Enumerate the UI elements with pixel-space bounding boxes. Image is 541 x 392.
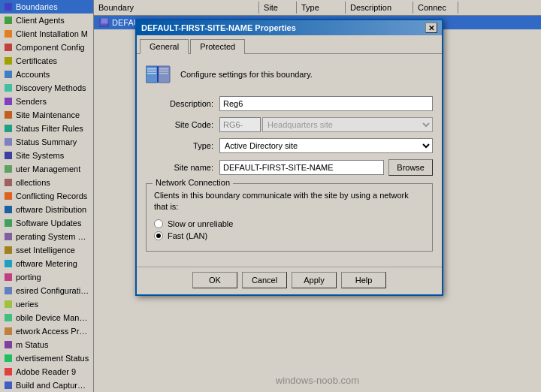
client-agents-icon	[3, 15, 14, 26]
sidebar-item-collections[interactable]: ollections	[0, 176, 93, 189]
senders-icon	[3, 96, 14, 107]
sidebar-item-conflicting[interactable]: Conflicting Records	[0, 189, 93, 203]
status-summary-icon	[3, 137, 14, 147]
sidebar-item-computer-mgmt[interactable]: uter Management	[0, 162, 93, 176]
site-code-wrap: Headquarters site	[219, 117, 433, 132]
sidebar-item-status-filter[interactable]: Status Filter Rules	[0, 122, 93, 135]
adobe-icon	[3, 366, 14, 377]
sidebar-item-client-install[interactable]: Client Installation M	[0, 27, 93, 41]
sidebar-item-network-access[interactable]: etwork Access Protectio	[0, 324, 93, 338]
col-connection: Connec	[413, 2, 458, 14]
component-config-icon	[3, 42, 14, 53]
properties-dialog: DEFAULT-FIRST-SITE-NAME Properties ✕ Gen…	[135, 19, 443, 296]
sidebar-item-asset-intel[interactable]: sset Intelligence	[0, 243, 93, 257]
asset-intel-icon	[3, 245, 14, 255]
cancel-button[interactable]: Cancel	[242, 272, 287, 288]
radio-slow-label: Slow or unreliable	[168, 219, 233, 228]
sidebar: Boundaries Client Agents Client Installa…	[0, 0, 94, 392]
browse-button[interactable]: Browse	[388, 159, 433, 176]
ok-button[interactable]: OK	[192, 272, 237, 288]
dialog-titlebar: DEFAULT-FIRST-SITE-NAME Properties ✕	[137, 20, 442, 35]
col-site: Site	[259, 2, 297, 14]
os-deploy-icon	[3, 231, 14, 242]
sidebar-item-site-systems[interactable]: Site Systems	[0, 149, 93, 162]
svg-rect-10	[159, 73, 168, 74]
dialog-description: Configure settings for this boundary.	[180, 70, 313, 79]
type-select[interactable]: Active Directory site	[219, 138, 433, 153]
description-input[interactable]	[219, 96, 433, 111]
radio-fast[interactable]: Fast (LAN)	[154, 231, 425, 240]
site-name-label: Site name:	[146, 163, 213, 172]
site-maintenance-icon	[3, 110, 14, 120]
sidebar-item-site-maintenance[interactable]: Site Maintenance	[0, 108, 93, 122]
sidebar-item-component-config[interactable]: Component Config	[0, 41, 93, 54]
dialog-tabs: General Protected	[137, 35, 442, 53]
sidebar-item-system-status[interactable]: m Status	[0, 338, 93, 351]
type-row: Type: Active Directory site	[146, 138, 433, 153]
system-status-icon	[3, 339, 14, 350]
description-row: Description:	[146, 96, 433, 111]
site-code-row: Site Code: Headquarters site	[146, 117, 433, 132]
table-header: Boundary Site Type Description Connec	[94, 0, 541, 16]
sidebar-item-certificates[interactable]: Certificates	[0, 54, 93, 68]
col-description: Description	[346, 2, 413, 14]
sidebar-item-reporting[interactable]: porting	[0, 270, 93, 284]
tab-general[interactable]: General	[140, 39, 189, 54]
collections-icon	[3, 177, 14, 188]
sidebar-item-build-capture[interactable]: Build and Capture XP	[0, 378, 93, 392]
sidebar-item-os-deployment[interactable]: perating System Deploym	[0, 230, 93, 243]
sidebar-item-sw-distribution[interactable]: oftware Distribution	[0, 203, 93, 216]
sidebar-item-discovery[interactable]: Discovery Methods	[0, 81, 93, 95]
apply-button[interactable]: Apply	[292, 272, 337, 288]
main-area: Boundary Site Type Description Connec DE…	[94, 0, 541, 392]
sidebar-item-sw-updates[interactable]: Software Updates	[0, 216, 93, 230]
site-name-row: Site name: Browse	[146, 159, 433, 176]
type-select-wrapper[interactable]: Active Directory site	[219, 138, 433, 153]
desired-config-icon	[3, 285, 14, 296]
sidebar-item-client-agents[interactable]: Client Agents	[0, 14, 93, 27]
site-code-value-input	[219, 117, 261, 132]
tab-protected[interactable]: Protected	[190, 39, 245, 54]
sw-dist-icon	[3, 204, 14, 215]
svg-rect-1	[101, 18, 108, 24]
svg-rect-8	[159, 68, 168, 70]
build-capture-icon	[3, 380, 14, 390]
type-label: Type:	[146, 141, 213, 150]
icon-desc-row: Configure settings for this boundary.	[146, 63, 433, 86]
mobile-device-icon	[3, 312, 14, 323]
sidebar-item-desired-config[interactable]: esired Configuration Man	[0, 284, 93, 297]
accounts-icon	[3, 69, 14, 80]
radio-fast-btn[interactable]	[154, 231, 163, 240]
svg-rect-6	[147, 71, 156, 72]
sidebar-item-sw-metering[interactable]: oftware Metering	[0, 257, 93, 270]
col-type: Type	[297, 2, 346, 14]
svg-rect-9	[159, 71, 168, 72]
description-label: Description:	[146, 99, 213, 108]
sidebar-item-accounts[interactable]: Accounts	[0, 68, 93, 81]
conflicting-icon	[3, 191, 14, 201]
radio-slow[interactable]: Slow or unreliable	[154, 219, 425, 228]
watermark: windows-noob.com	[276, 375, 359, 386]
svg-rect-7	[147, 73, 156, 74]
sidebar-item-adv-status[interactable]: dvertisement Status	[0, 351, 93, 365]
sw-metering-icon	[3, 258, 14, 269]
dialog-close-button[interactable]: ✕	[425, 23, 437, 33]
sw-updates-icon	[3, 218, 14, 228]
radio-fast-label: Fast (LAN)	[168, 231, 207, 240]
groupbox-legend: Network Connection	[153, 178, 233, 187]
site-name-input[interactable]	[219, 160, 384, 175]
hq-select: Headquarters site	[262, 117, 433, 132]
sidebar-item-adobe[interactable]: Adobe Reader 9	[0, 365, 93, 378]
radio-slow-btn[interactable]	[154, 219, 163, 228]
sidebar-item-boundaries[interactable]: Boundaries	[0, 0, 93, 14]
help-button[interactable]: Help	[341, 272, 386, 288]
sidebar-item-mobile-device[interactable]: obile Device Managemen	[0, 311, 93, 324]
network-access-icon	[3, 326, 14, 336]
network-connection-desc: Clients in this boundary communicate wit…	[154, 190, 425, 213]
certificates-icon	[3, 56, 14, 66]
sidebar-item-queries[interactable]: ueries	[0, 297, 93, 311]
sidebar-item-senders[interactable]: Senders	[0, 95, 93, 108]
network-connection-groupbox: Network Connection Clients in this bound…	[146, 183, 433, 252]
status-filter-icon	[3, 123, 14, 134]
sidebar-item-status-summary[interactable]: Status Summary	[0, 135, 93, 149]
